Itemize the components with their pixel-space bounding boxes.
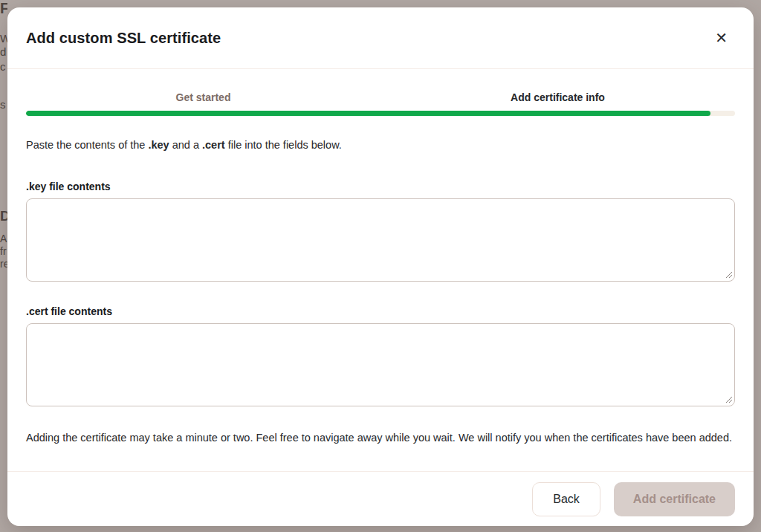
cert-file-keyword: .cert xyxy=(202,139,225,151)
key-file-keyword: .key xyxy=(148,139,169,151)
background-text-fragment: s xyxy=(0,99,6,110)
instruction-part: file into the fields below. xyxy=(225,139,342,151)
instruction-text: Paste the contents of the .key and a .ce… xyxy=(26,139,735,151)
close-icon[interactable]: ✕ xyxy=(709,27,734,48)
background-text-fragment: F xyxy=(0,1,7,16)
cert-file-contents-input[interactable] xyxy=(26,323,735,406)
cert-file-field-wrap xyxy=(26,323,735,406)
wait-notice-text: Adding the certificate may take a minute… xyxy=(26,429,735,447)
background-text-fragment: d xyxy=(0,46,6,57)
instruction-part: and a xyxy=(169,139,202,151)
progress-bar-track xyxy=(26,111,735,116)
dialog-body: Get started Add certificate info Paste t… xyxy=(7,69,754,471)
background-text-fragment: fr xyxy=(0,246,7,256)
dialog-footer: Back Add certificate xyxy=(7,471,754,526)
add-certificate-button[interactable]: Add certificate xyxy=(614,482,735,516)
back-button[interactable]: Back xyxy=(532,482,600,516)
step-add-certificate-info: Add certificate info xyxy=(380,91,735,103)
background-text-fragment: re xyxy=(0,259,7,269)
dialog-title: Add custom SSL certificate xyxy=(26,30,221,47)
background-text-fragment: D xyxy=(0,209,7,223)
cert-file-label: .cert file contents xyxy=(26,305,735,317)
background-text-fragment: W xyxy=(0,33,7,44)
background-page-edge: F W d c s D A fr re xyxy=(0,0,7,532)
instruction-part: Paste the contents of the xyxy=(26,139,148,151)
key-file-label: .key file contents xyxy=(26,181,735,192)
progress-bar-fill xyxy=(26,111,710,116)
background-text-fragment: A xyxy=(0,233,7,244)
key-file-field-wrap xyxy=(26,198,735,282)
background-text-fragment: c xyxy=(0,61,6,72)
key-file-contents-input[interactable] xyxy=(26,198,735,282)
step-get-started: Get started xyxy=(26,91,380,103)
stepper-labels: Get started Add certificate info xyxy=(26,91,735,103)
stepper: Get started Add certificate info xyxy=(26,91,735,116)
add-ssl-certificate-dialog: Add custom SSL certificate ✕ Get started… xyxy=(7,7,754,526)
dialog-header: Add custom SSL certificate ✕ xyxy=(7,7,754,69)
